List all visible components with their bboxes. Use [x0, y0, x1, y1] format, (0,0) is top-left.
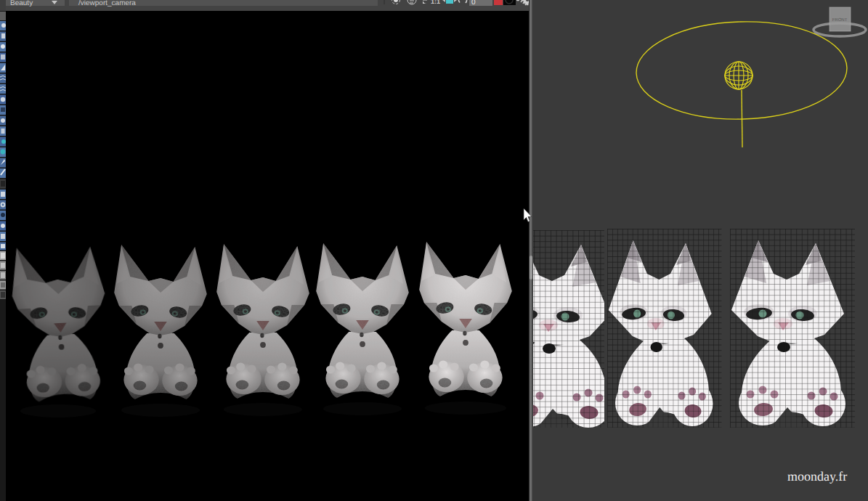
svg-text:Beauty: Beauty: [10, 0, 33, 7]
svg-text:0: 0: [471, 0, 476, 7]
svg-text:FRONT: FRONT: [832, 17, 848, 23]
svg-text:/viewport_camera: /viewport_camera: [78, 0, 136, 7]
svg-text:1:1: 1:1: [431, 0, 440, 5]
